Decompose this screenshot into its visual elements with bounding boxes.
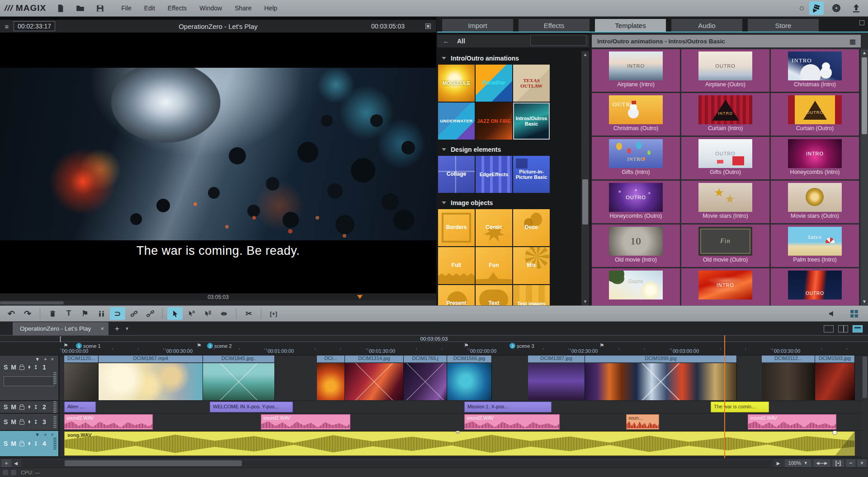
lock-icon[interactable]: [19, 406, 24, 410]
catalog-section-header[interactable]: Image objects: [437, 196, 581, 209]
group-link-button[interactable]: [126, 307, 142, 320]
audio-clip[interactable]: sound2.WAV: [261, 414, 350, 430]
fade-out-handle[interactable]: [835, 432, 854, 455]
category-tile-test-images[interactable]: Test images: [513, 285, 550, 305]
hscrollbar-thumb[interactable]: [65, 460, 242, 466]
new-tab-icon[interactable]: +: [115, 324, 119, 333]
catalog-scrollbar-thumb[interactable]: [582, 179, 588, 224]
panel-detach-icon[interactable]: [859, 20, 864, 25]
scene-marker-2[interactable]: 2scene 2: [207, 343, 232, 349]
template-cell-airplane-outro-[interactable]: OUTROAirplane (Outro): [681, 49, 769, 92]
title-clip[interactable]: WELCOME IN X-pos. Y-pos...: [210, 402, 293, 412]
snap-magnet-button[interactable]: ⊃: [110, 307, 125, 320]
zoom-out-button[interactable]: −: [846, 459, 855, 467]
category-tile-picture-in-picture-basic[interactable]: Picture-in-Picture Basic: [513, 156, 550, 193]
template-cell-honeycombs-intro-[interactable]: INTROHoneycombs (Intro): [771, 137, 859, 179]
track-name-input[interactable]: [4, 376, 54, 386]
zoom-level-dropdown[interactable]: 100% ▼: [785, 459, 811, 467]
add-track-button[interactable]: +: [1, 459, 11, 467]
track-1-mini-controls[interactable]: ▼+×: [35, 356, 54, 362]
audio-clip[interactable]: sound2.WAV: [748, 414, 836, 430]
scrubber-playhead-marker[interactable]: [357, 295, 363, 299]
video-clip-dcim1387jpg[interactable]: DCIM1387.jpg: [528, 355, 585, 400]
category-tile-deco[interactable]: Deco: [513, 209, 550, 246]
scroll-up-icon[interactable]: ▲: [581, 51, 589, 58]
video-clip-dcim1845jpg[interactable]: DCIM1845.jpg..: [203, 355, 275, 400]
fade-handle[interactable]: [456, 431, 460, 434]
cursor-stretch-button[interactable]: ⇹: [216, 307, 231, 320]
track-2-controls[interactable]: S M ▲▼ ▼▲ 2: [4, 403, 46, 411]
project-tab[interactable]: OperationZero - Let's Play ×: [13, 322, 108, 335]
category-tile-molecule[interactable]: MOLECULE: [438, 65, 475, 102]
zoom-in-button[interactable]: +: [857, 459, 867, 467]
mute-button[interactable]: M: [11, 364, 16, 371]
video-clip-dcim1999jpg[interactable]: DCIM1999.jpg: [585, 355, 737, 400]
audio-monitor-icon[interactable]: [825, 307, 840, 320]
video-clip-dcim1867mp4[interactable]: DCIM1867.mp4: [99, 355, 203, 400]
audio-meter-button[interactable]: [94, 307, 109, 320]
template-cell-curtain-intro-[interactable]: INTROCurtain (Intro): [681, 93, 769, 136]
track-1-lane[interactable]: DCIM1120...DCIM1867.mp4DCIM1845.jpg..DCI…: [60, 355, 868, 400]
layout-timeline-icon[interactable]: [853, 325, 863, 332]
category-tile-mix[interactable]: Mix: [513, 247, 550, 284]
track-header-2[interactable]: S M ▲▼ ▼▲ 2: [0, 401, 59, 414]
menu-file[interactable]: File: [116, 2, 137, 14]
tab-store[interactable]: Store: [748, 19, 819, 32]
category-tile-edgeeffects[interactable]: EdgeEffects: [476, 156, 512, 193]
zoom-fit-icon[interactable]: [▪]: [832, 459, 844, 467]
ungroup-link-button[interactable]: [142, 307, 158, 320]
preview-scrubber[interactable]: 03:05:03: [0, 293, 436, 300]
scroll-up-icon[interactable]: ▲: [861, 49, 868, 56]
audio-clip-song[interactable]: song.WAV: [64, 431, 855, 456]
video-clip-dcim1503jpg[interactable]: DCIM1503.jpg: [815, 355, 855, 400]
track-4-mini-controls[interactable]: ▼+×: [35, 432, 54, 437]
template-cell-movie-stars-intro-[interactable]: Movie stars (Intro): [681, 181, 769, 223]
scroll-left-icon[interactable]: ◀: [11, 459, 20, 467]
catalog-section-header[interactable]: Design elements: [437, 142, 581, 156]
scene-marker-1[interactable]: 1scene 1: [76, 343, 101, 349]
track-3-lane[interactable]: sound2.WAVsound2.WAVsound2.WAVsoun...sou…: [60, 414, 868, 430]
lock-icon[interactable]: [19, 366, 24, 370]
menu-help[interactable]: Help: [259, 2, 283, 14]
menu-effects[interactable]: Effects: [162, 2, 193, 14]
video-clip-dcim1314jpg[interactable]: DCIM1314.jpg: [345, 355, 404, 400]
category-tile-borders[interactable]: Borders: [438, 209, 475, 246]
track-header-4[interactable]: ▼+× S M ▲▼ ▼▲ 4: [0, 431, 59, 457]
delete-button[interactable]: [45, 307, 60, 320]
category-tile-comic[interactable]: Comic: [476, 209, 512, 246]
menu-window[interactable]: Window: [194, 2, 227, 14]
minimize-icon[interactable]: ▼▲: [34, 365, 37, 369]
grid-scrollbar[interactable]: ▲ ▼: [861, 49, 868, 305]
video-clip-dcim1120[interactable]: DCIM1120...: [64, 355, 99, 400]
template-cell-old-movie-outro-[interactable]: FinOld movie (Outro): [681, 224, 769, 267]
mute-button[interactable]: M: [11, 418, 16, 426]
timeline-vertical-scrollbar[interactable]: [862, 355, 868, 458]
scrollbar-thumb[interactable]: [863, 356, 867, 398]
catalog-scrollbar[interactable]: ▲ ▼: [581, 51, 589, 305]
collapse-triangle-icon[interactable]: [442, 57, 446, 60]
video-clip-dci[interactable]: DCI...: [317, 355, 345, 400]
new-project-icon[interactable]: [54, 2, 66, 14]
burn-disc-icon[interactable]: [829, 1, 844, 15]
solo-button[interactable]: S: [4, 364, 8, 371]
mixer-grid-icon[interactable]: [846, 307, 862, 320]
preview-scrollbar[interactable]: [0, 300, 436, 305]
video-clip-dcim3112[interactable]: DCIM3112...: [762, 355, 815, 400]
template-cell-gifts-outro-[interactable]: OUTROGifts (Outro): [681, 137, 769, 179]
template-cell-gifts-intro-[interactable]: INTROGifts (Intro): [592, 137, 680, 179]
layout-split-icon[interactable]: [838, 325, 848, 332]
video-clip-dcim1566jpg[interactable]: DCIM1566.jpg: [447, 355, 492, 400]
preview-current-timecode[interactable]: 00:02:33:17: [14, 21, 55, 31]
zoom-horizontal-icon[interactable]: ◂—▸: [813, 459, 830, 467]
open-project-icon[interactable]: [74, 2, 86, 14]
collapse-triangle-icon[interactable]: [442, 201, 446, 204]
solo-button[interactable]: S: [4, 418, 8, 426]
category-tile-collage[interactable]: Collage: [438, 156, 475, 193]
catalog-search-input[interactable]: [530, 35, 586, 46]
category-tile-texas-outlaw[interactable]: TEXAS OUTLAW: [513, 65, 550, 102]
solo-button[interactable]: S: [4, 440, 8, 447]
template-cell-curtain-outro-[interactable]: OUTROCurtain (Outro): [771, 93, 859, 136]
category-tile-underwater[interactable]: UNDERWATER: [438, 103, 475, 140]
mute-button[interactable]: M: [11, 403, 16, 411]
track-2-lane[interactable]: Alien ...WELCOME IN X-pos. Y-pos...Missi…: [60, 401, 868, 413]
